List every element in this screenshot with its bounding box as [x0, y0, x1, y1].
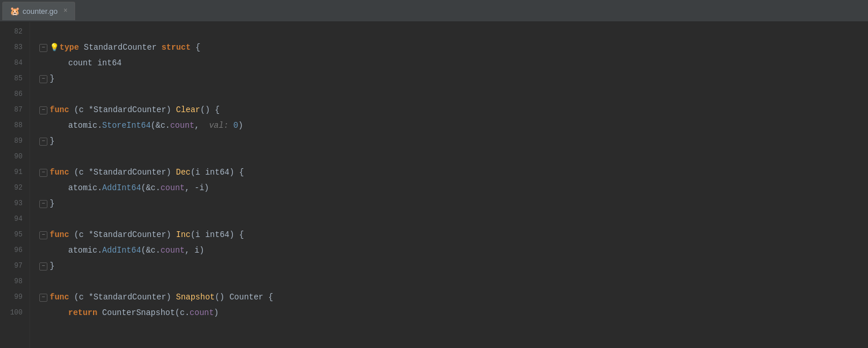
- fold-marker-85[interactable]: −: [39, 75, 47, 83]
- code-content[interactable]: − 💡 type StandardCounter struct { count …: [30, 22, 868, 348]
- line-num-87: 87: [5, 102, 23, 118]
- line-num-82: 82: [5, 24, 23, 40]
- line-num-83: 83: [5, 40, 23, 55]
- line-numbers: 82 83 84 85 86 87 88 89 90 91 92 93 94 9…: [0, 22, 30, 348]
- code-line-88: atomic.StoreInt64(&c.count, val: 0): [39, 118, 868, 134]
- line-num-98: 98: [5, 274, 23, 290]
- line-num-92: 92: [5, 180, 23, 196]
- line-num-86: 86: [5, 87, 23, 102]
- code-line-83: − 💡 type StandardCounter struct {: [39, 40, 868, 55]
- code-line-90: [39, 149, 868, 165]
- fold-marker-97[interactable]: −: [39, 262, 47, 271]
- go-gopher-icon: 🐹: [10, 6, 19, 16]
- line-num-96: 96: [5, 243, 23, 258]
- code-line-100: return CounterSnapshot(c.count): [39, 305, 868, 321]
- bulb-icon-83: 💡: [50, 40, 59, 55]
- line-num-97: 97: [5, 258, 23, 274]
- code-line-99: − func (c *StandardCounter) Snapshot() C…: [39, 290, 868, 305]
- code-line-95: − func (c *StandardCounter) Inc(i int64)…: [39, 227, 868, 243]
- line-num-94: 94: [5, 212, 23, 227]
- line-num-88: 88: [5, 118, 23, 134]
- line-num-85: 85: [5, 71, 23, 87]
- line-num-91: 91: [5, 165, 23, 180]
- fold-marker-99[interactable]: −: [39, 294, 47, 302]
- code-line-87: − func (c *StandardCounter) Clear() {: [39, 102, 868, 118]
- code-line-92: atomic.AddInt64(&c.count, -i): [39, 180, 868, 196]
- tab-counter-go[interactable]: 🐹 counter.go ×: [2, 2, 75, 20]
- fold-marker-87[interactable]: −: [39, 106, 47, 114]
- code-line-84: count int64: [39, 55, 868, 71]
- code-line-82: [39, 24, 868, 40]
- line-num-89: 89: [5, 134, 23, 149]
- fold-marker-89[interactable]: −: [39, 138, 47, 146]
- line-num-100: 100: [5, 305, 23, 321]
- fold-marker-91[interactable]: −: [39, 169, 47, 177]
- code-line-94: [39, 212, 868, 227]
- line-num-84: 84: [5, 55, 23, 71]
- line-num-99: 99: [5, 290, 23, 305]
- fold-marker-93[interactable]: −: [39, 200, 47, 208]
- code-line-93: − }: [39, 196, 868, 212]
- code-line-98: [39, 274, 868, 290]
- code-line-85: − }: [39, 71, 868, 87]
- code-line-96: atomic.AddInt64(&c.count, i): [39, 243, 868, 258]
- fold-marker-83[interactable]: −: [39, 44, 47, 52]
- code-line-89: − }: [39, 134, 868, 149]
- line-num-90: 90: [5, 149, 23, 165]
- line-num-95: 95: [5, 227, 23, 243]
- tab-close-button[interactable]: ×: [64, 7, 68, 15]
- line-num-93: 93: [5, 196, 23, 212]
- code-line-97: − }: [39, 258, 868, 274]
- tab-bar: 🐹 counter.go ×: [0, 0, 868, 22]
- editor-area: 82 83 84 85 86 87 88 89 90 91 92 93 94 9…: [0, 22, 868, 348]
- tab-label: counter.go: [23, 7, 58, 16]
- code-line-91: − func (c *StandardCounter) Dec(i int64)…: [39, 165, 868, 180]
- code-line-86: [39, 87, 868, 102]
- fold-marker-95[interactable]: −: [39, 231, 47, 239]
